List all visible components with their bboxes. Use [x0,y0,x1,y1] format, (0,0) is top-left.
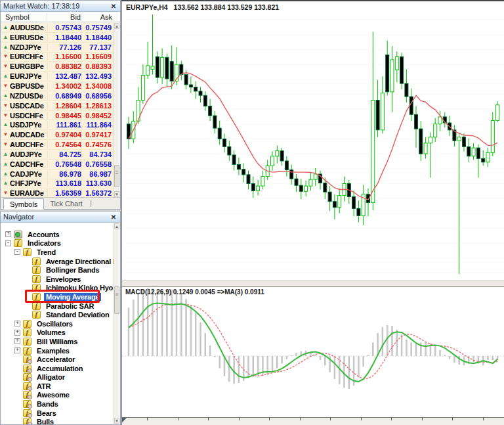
tree-item-envelopes[interactable]: fEnvelopes [1,275,114,284]
tree-item-bands[interactable]: fBands [1,399,114,409]
tree-item-average-directional-mover[interactable]: fAverage Directional Mover [1,257,114,266]
table-row-EURCHFe[interactable]: ▼EURCHFe1.166001.16609 [1,53,119,62]
tree-item-label[interactable]: Trend [35,248,58,256]
tree-item-label[interactable]: Average Directional Mover [44,257,114,265]
tree-item-label[interactable]: Bears [35,409,58,417]
column-header-symbol[interactable]: Symbol [1,13,47,21]
column-header-ask[interactable]: Ask [81,13,120,21]
expand-icon[interactable]: + [14,330,20,336]
pane-splitter[interactable] [121,280,504,287]
table-row-AUDCHFe[interactable]: ▼AUDCHFe0.745640.74576 [1,140,119,150]
tree-item-indicators[interactable]: -fIndicators [1,239,114,248]
close-icon[interactable]: ✕ [110,213,117,221]
table-row-NZDJPYe[interactable]: ▲NZDJPYe77.12677.137 [1,43,119,53]
tab-symbols[interactable]: Symbols [3,198,44,210]
tree-item-ichimoku-kinko-hyo[interactable]: fIchimoku Kinko Hyo [1,284,114,293]
tree-item-standard-deviation[interactable]: fStandard Deviation [1,310,114,319]
indicator-f-icon: f [23,328,32,336]
tree-item-label[interactable]: ATR [35,382,52,390]
tree-item-bill-williams[interactable]: +fBill Williams [1,337,114,346]
table-row-USDCHFe[interactable]: ▼USDCHFe0.984450.98452 [1,111,119,121]
tree-item-volumes[interactable]: +fVolumes [1,328,114,338]
time-tick [300,418,301,420]
table-row-AUDJPYe[interactable]: ▲AUDJPYe84.72584.734 [1,150,119,160]
candlestick-chart[interactable] [122,1,504,282]
tree-item-label[interactable]: Ichimoku Kinko Hyo [44,284,114,292]
market-watch-column-headers[interactable]: Symbol Bid Ask [1,12,120,22]
table-row-CADJPYe[interactable]: ▲CADJPYe86.97886.987 [1,169,119,179]
table-row-NZDUSDe[interactable]: ▲NZDUSDe0.689490.68956 [1,91,119,101]
tree-item-bears[interactable]: fBears [1,409,114,418]
tree-item-oscillators[interactable]: +fOscillators [1,319,114,328]
tree-item-label[interactable]: Accounts [26,231,62,238]
table-row-USDJPYe[interactable]: ▲USDJPYe111.861111.864 [1,120,119,130]
tree-item-accumulation[interactable]: fAccumulation [1,364,114,373]
table-row-EURGBPe[interactable]: ▼EURGBPe0.883820.88393 [1,62,119,72]
navigator-scrollbar[interactable]: ▲ ▼ [114,223,119,424]
tree-item-alligator[interactable]: fAlligator [1,373,114,382]
tree-item-examples[interactable]: +fExamples [1,346,114,355]
tree-item-label[interactable]: Moving Average [44,293,101,301]
tree-item-atr[interactable]: fATR [1,382,114,391]
expand-icon[interactable]: + [14,347,20,353]
market-watch-titlebar[interactable]: Market Watch: 17:38:19 ✕ [1,1,120,12]
tree-item-label[interactable]: Standard Deviation [44,311,112,319]
scroll-down-icon[interactable]: ▼ [114,418,119,424]
expand-icon[interactable]: + [14,321,20,326]
tree-item-label[interactable]: Oscillators [35,320,75,328]
scroll-down-icon[interactable]: ▼ [114,191,119,197]
tree-item-label[interactable]: Accumulation [35,365,85,372]
tree-item-label[interactable]: Volumes [35,328,68,336]
tree-item-label[interactable]: Indicators [26,239,63,247]
close-icon[interactable]: ✕ [110,3,117,10]
tree-item-label[interactable]: Bands [35,400,60,408]
column-header-bid[interactable]: Bid [47,13,81,21]
collapse-icon[interactable]: - [5,240,11,246]
tree-item-accounts[interactable]: +Accounts [1,230,114,239]
expand-icon[interactable]: + [5,231,11,237]
table-row-EURJPYe[interactable]: ▲EURJPYe132.487132.493 [1,72,119,81]
tree-item-label[interactable]: Accelerator [35,355,77,363]
table-row-AUDCADe[interactable]: ▼AUDCADe0.974040.97417 [1,130,119,140]
indicator-f-icon: f [23,338,32,346]
navigator-titlebar[interactable]: Navigator ✕ [1,212,120,223]
tree-item-label[interactable]: Alligator [35,373,67,381]
tree-item-moving-average[interactable]: fMoving Average [1,292,114,302]
table-row-CADCHFe[interactable]: ▲CADCHFe0.765480.76558 [1,160,119,169]
tree-item-bulls[interactable]: fBulls [1,417,114,424]
bid-value: 132.487 [47,72,81,80]
indicator-f-icon: f [23,373,32,381]
tree-item-bollinger-bands[interactable]: fBollinger Bands [1,265,114,275]
table-row-EURAUDe[interactable]: ▼EURAUDe1.563591.56372 [1,189,119,197]
tree-item-awesome[interactable]: fAwesome [1,391,114,400]
price-chart-pane[interactable]: EURJPYe,H4 133.562 133.884 133.529 133.8… [121,0,504,280]
scroll-up-icon[interactable]: ▲ [114,223,119,229]
time-tick [391,418,392,420]
tab-tick-chart[interactable]: Tick Chart [44,198,89,209]
tree-item-parabolic-sar[interactable]: fParabolic SAR [1,302,114,311]
tree-item-label[interactable]: Examples [35,347,72,355]
scrollbar-thumb[interactable] [114,286,119,314]
macd-chart[interactable] [122,287,504,417]
tree-item-accelerator[interactable]: fAccelerator [1,355,114,364]
tree-item-label[interactable]: Awesome [35,391,72,399]
collapse-icon[interactable]: - [14,249,20,255]
tree-item-label[interactable]: Bulls [35,418,56,424]
scroll-up-icon[interactable]: ▲ [114,23,119,29]
tree-item-label[interactable]: Parabolic SAR [44,302,96,310]
expand-icon[interactable]: + [14,338,20,344]
table-row-EURUSDe[interactable]: ▲EURUSDe1.184401.18440 [1,33,119,43]
table-row-GBPUSDe[interactable]: ▼GBPUSDe1.340021.34008 [1,81,119,91]
tree-item-label[interactable]: Envelopes [44,275,83,283]
market-watch-scrollbar[interactable]: ▲ ▼ [114,23,119,197]
time-axis[interactable] [121,417,504,425]
tree-item-label[interactable]: Bill Williams [35,338,79,346]
tree-item-label[interactable]: Bollinger Bands [44,266,101,274]
table-row-CHFJPYe[interactable]: ▲CHFJPYe113.618113.630 [1,179,119,189]
table-row-AUDUSDe[interactable]: ▲AUDUSDe0.757430.75749 [1,23,119,33]
indicator-f-icon: f [32,257,41,265]
macd-indicator-pane[interactable]: MACD(12,26,9) 0.1249 0.0045 =>MA(3) 0.09… [121,287,504,417]
table-row-USDCADe[interactable]: ▼USDCADe1.286041.28613 [1,101,119,111]
tree-item-trend[interactable]: -fTrend [1,248,114,257]
scrollbar-thumb[interactable] [114,165,119,187]
